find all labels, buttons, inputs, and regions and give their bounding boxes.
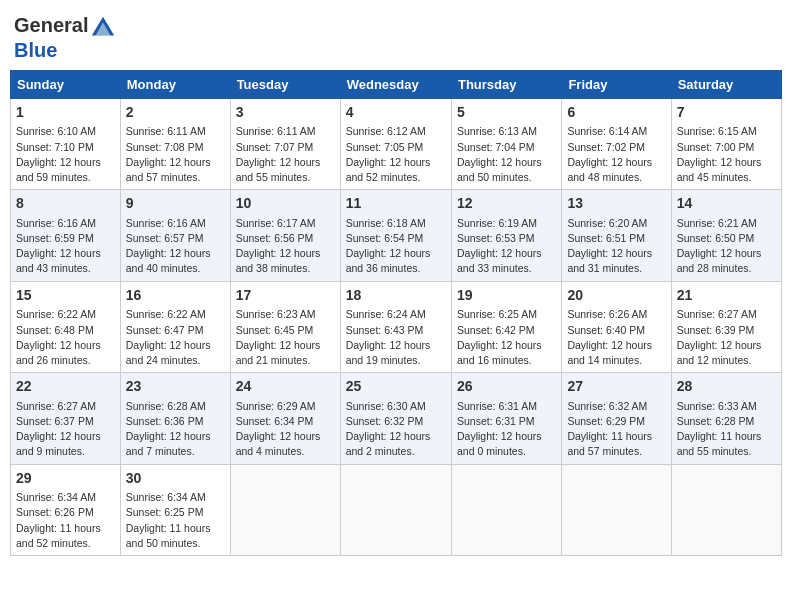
calendar-cell — [671, 464, 781, 555]
day-number: 17 — [236, 286, 335, 306]
day-info: Sunrise: 6:19 AM Sunset: 6:53 PM Dayligh… — [457, 216, 556, 277]
day-info: Sunrise: 6:10 AM Sunset: 7:10 PM Dayligh… — [16, 124, 115, 185]
day-info: Sunrise: 6:25 AM Sunset: 6:42 PM Dayligh… — [457, 307, 556, 368]
weekday-header: Monday — [120, 70, 230, 98]
calendar-cell: 12Sunrise: 6:19 AM Sunset: 6:53 PM Dayli… — [451, 190, 561, 281]
calendar-cell: 13Sunrise: 6:20 AM Sunset: 6:51 PM Dayli… — [562, 190, 671, 281]
day-number: 10 — [236, 194, 335, 214]
calendar-cell: 17Sunrise: 6:23 AM Sunset: 6:45 PM Dayli… — [230, 281, 340, 372]
calendar-cell: 16Sunrise: 6:22 AM Sunset: 6:47 PM Dayli… — [120, 281, 230, 372]
calendar-cell: 5Sunrise: 6:13 AM Sunset: 7:04 PM Daylig… — [451, 98, 561, 189]
weekday-header: Thursday — [451, 70, 561, 98]
day-number: 4 — [346, 103, 446, 123]
logo: General Blue — [14, 14, 116, 62]
day-info: Sunrise: 6:26 AM Sunset: 6:40 PM Dayligh… — [567, 307, 665, 368]
day-info: Sunrise: 6:30 AM Sunset: 6:32 PM Dayligh… — [346, 399, 446, 460]
day-number: 30 — [126, 469, 225, 489]
day-number: 15 — [16, 286, 115, 306]
calendar-week-row: 29Sunrise: 6:34 AM Sunset: 6:26 PM Dayli… — [11, 464, 782, 555]
day-info: Sunrise: 6:27 AM Sunset: 6:37 PM Dayligh… — [16, 399, 115, 460]
weekday-header: Sunday — [11, 70, 121, 98]
day-number: 5 — [457, 103, 556, 123]
weekday-header: Saturday — [671, 70, 781, 98]
day-number: 20 — [567, 286, 665, 306]
calendar-week-row: 22Sunrise: 6:27 AM Sunset: 6:37 PM Dayli… — [11, 373, 782, 464]
day-number: 7 — [677, 103, 776, 123]
logo-blue: Blue — [14, 39, 116, 62]
day-info: Sunrise: 6:22 AM Sunset: 6:47 PM Dayligh… — [126, 307, 225, 368]
day-number: 13 — [567, 194, 665, 214]
day-info: Sunrise: 6:22 AM Sunset: 6:48 PM Dayligh… — [16, 307, 115, 368]
calendar-cell: 29Sunrise: 6:34 AM Sunset: 6:26 PM Dayli… — [11, 464, 121, 555]
calendar-cell: 21Sunrise: 6:27 AM Sunset: 6:39 PM Dayli… — [671, 281, 781, 372]
calendar-cell: 11Sunrise: 6:18 AM Sunset: 6:54 PM Dayli… — [340, 190, 451, 281]
calendar-cell: 8Sunrise: 6:16 AM Sunset: 6:59 PM Daylig… — [11, 190, 121, 281]
weekday-header: Wednesday — [340, 70, 451, 98]
day-info: Sunrise: 6:13 AM Sunset: 7:04 PM Dayligh… — [457, 124, 556, 185]
day-number: 6 — [567, 103, 665, 123]
calendar-cell — [340, 464, 451, 555]
calendar-cell: 19Sunrise: 6:25 AM Sunset: 6:42 PM Dayli… — [451, 281, 561, 372]
day-number: 9 — [126, 194, 225, 214]
day-info: Sunrise: 6:11 AM Sunset: 7:07 PM Dayligh… — [236, 124, 335, 185]
calendar-cell: 22Sunrise: 6:27 AM Sunset: 6:37 PM Dayli… — [11, 373, 121, 464]
day-number: 2 — [126, 103, 225, 123]
calendar-cell: 10Sunrise: 6:17 AM Sunset: 6:56 PM Dayli… — [230, 190, 340, 281]
day-number: 24 — [236, 377, 335, 397]
day-info: Sunrise: 6:32 AM Sunset: 6:29 PM Dayligh… — [567, 399, 665, 460]
calendar-cell: 6Sunrise: 6:14 AM Sunset: 7:02 PM Daylig… — [562, 98, 671, 189]
day-number: 25 — [346, 377, 446, 397]
calendar-cell: 20Sunrise: 6:26 AM Sunset: 6:40 PM Dayli… — [562, 281, 671, 372]
calendar-table: SundayMondayTuesdayWednesdayThursdayFrid… — [10, 70, 782, 556]
calendar-cell: 9Sunrise: 6:16 AM Sunset: 6:57 PM Daylig… — [120, 190, 230, 281]
calendar-cell: 18Sunrise: 6:24 AM Sunset: 6:43 PM Dayli… — [340, 281, 451, 372]
day-number: 21 — [677, 286, 776, 306]
day-info: Sunrise: 6:11 AM Sunset: 7:08 PM Dayligh… — [126, 124, 225, 185]
day-number: 11 — [346, 194, 446, 214]
page-header: General Blue — [10, 10, 782, 62]
calendar-cell: 26Sunrise: 6:31 AM Sunset: 6:31 PM Dayli… — [451, 373, 561, 464]
day-info: Sunrise: 6:16 AM Sunset: 6:59 PM Dayligh… — [16, 216, 115, 277]
day-number: 19 — [457, 286, 556, 306]
calendar-cell — [562, 464, 671, 555]
day-info: Sunrise: 6:33 AM Sunset: 6:28 PM Dayligh… — [677, 399, 776, 460]
day-number: 1 — [16, 103, 115, 123]
day-number: 22 — [16, 377, 115, 397]
day-info: Sunrise: 6:17 AM Sunset: 6:56 PM Dayligh… — [236, 216, 335, 277]
logo-general: General — [14, 14, 88, 36]
day-info: Sunrise: 6:21 AM Sunset: 6:50 PM Dayligh… — [677, 216, 776, 277]
day-number: 16 — [126, 286, 225, 306]
calendar-week-row: 8Sunrise: 6:16 AM Sunset: 6:59 PM Daylig… — [11, 190, 782, 281]
day-number: 3 — [236, 103, 335, 123]
day-info: Sunrise: 6:34 AM Sunset: 6:25 PM Dayligh… — [126, 490, 225, 551]
day-number: 14 — [677, 194, 776, 214]
day-number: 26 — [457, 377, 556, 397]
day-number: 29 — [16, 469, 115, 489]
calendar-cell: 30Sunrise: 6:34 AM Sunset: 6:25 PM Dayli… — [120, 464, 230, 555]
calendar-cell: 7Sunrise: 6:15 AM Sunset: 7:00 PM Daylig… — [671, 98, 781, 189]
day-number: 27 — [567, 377, 665, 397]
day-number: 18 — [346, 286, 446, 306]
calendar-cell: 15Sunrise: 6:22 AM Sunset: 6:48 PM Dayli… — [11, 281, 121, 372]
day-info: Sunrise: 6:23 AM Sunset: 6:45 PM Dayligh… — [236, 307, 335, 368]
day-info: Sunrise: 6:14 AM Sunset: 7:02 PM Dayligh… — [567, 124, 665, 185]
day-info: Sunrise: 6:27 AM Sunset: 6:39 PM Dayligh… — [677, 307, 776, 368]
calendar-cell: 2Sunrise: 6:11 AM Sunset: 7:08 PM Daylig… — [120, 98, 230, 189]
day-number: 12 — [457, 194, 556, 214]
logo-icon — [90, 15, 116, 41]
day-info: Sunrise: 6:31 AM Sunset: 6:31 PM Dayligh… — [457, 399, 556, 460]
day-info: Sunrise: 6:16 AM Sunset: 6:57 PM Dayligh… — [126, 216, 225, 277]
day-number: 28 — [677, 377, 776, 397]
calendar-cell — [230, 464, 340, 555]
calendar-cell: 4Sunrise: 6:12 AM Sunset: 7:05 PM Daylig… — [340, 98, 451, 189]
day-info: Sunrise: 6:34 AM Sunset: 6:26 PM Dayligh… — [16, 490, 115, 551]
calendar-cell: 1Sunrise: 6:10 AM Sunset: 7:10 PM Daylig… — [11, 98, 121, 189]
calendar-cell: 3Sunrise: 6:11 AM Sunset: 7:07 PM Daylig… — [230, 98, 340, 189]
calendar-week-row: 1Sunrise: 6:10 AM Sunset: 7:10 PM Daylig… — [11, 98, 782, 189]
weekday-header: Tuesday — [230, 70, 340, 98]
logo-text: General — [14, 14, 116, 41]
day-info: Sunrise: 6:20 AM Sunset: 6:51 PM Dayligh… — [567, 216, 665, 277]
calendar-cell: 24Sunrise: 6:29 AM Sunset: 6:34 PM Dayli… — [230, 373, 340, 464]
day-number: 23 — [126, 377, 225, 397]
calendar-cell: 28Sunrise: 6:33 AM Sunset: 6:28 PM Dayli… — [671, 373, 781, 464]
